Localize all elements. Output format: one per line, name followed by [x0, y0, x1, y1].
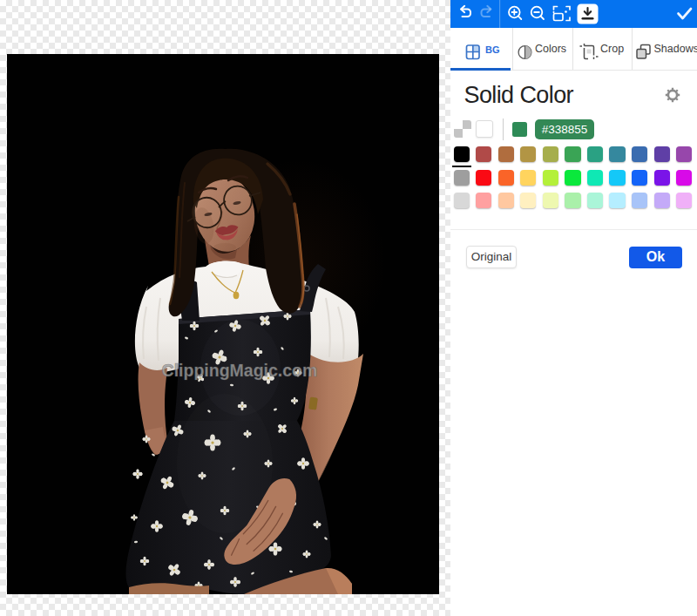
svg-text:ClippingMagic.com: ClippingMagic.com — [162, 361, 318, 380]
